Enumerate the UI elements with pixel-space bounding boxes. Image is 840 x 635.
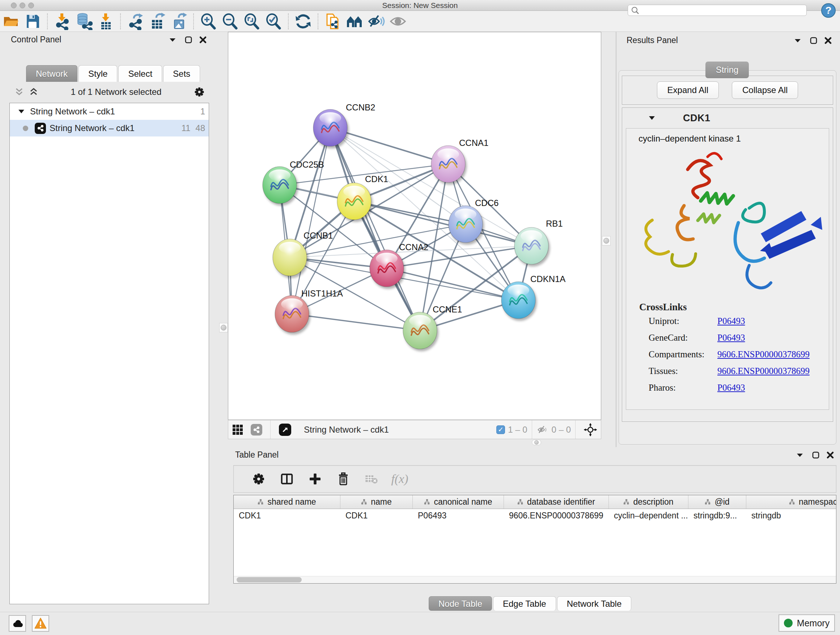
memory-button[interactable]: Memory — [778, 614, 835, 632]
export-network-button[interactable] — [125, 12, 146, 31]
splitter-knob-left[interactable] — [219, 323, 228, 333]
column-header-namespace[interactable]: namespace — [746, 495, 836, 509]
horizontal-scrollbar[interactable] — [234, 576, 836, 583]
table-settings-gear-icon[interactable] — [245, 470, 273, 488]
tab-select[interactable]: Select — [118, 65, 162, 82]
export-image-button[interactable] — [168, 12, 189, 31]
node-CCNE1[interactable] — [403, 312, 437, 349]
panel-close-icon[interactable] — [199, 36, 207, 44]
show-graphics-details-button[interactable] — [387, 12, 409, 31]
edge-CCNB2-CCNE1[interactable] — [330, 128, 420, 331]
window-zoom-button[interactable] — [28, 3, 34, 8]
node-CCNB2[interactable] — [313, 109, 347, 146]
tab-sets[interactable]: Sets — [163, 65, 200, 82]
delete-column-trash-icon[interactable] — [329, 470, 357, 488]
expand-all-button[interactable]: Expand All — [657, 81, 719, 99]
tab-edge-table[interactable]: Edge Table — [493, 596, 556, 611]
tab-style[interactable]: Style — [79, 65, 117, 82]
collapse-all-nodes-icon[interactable] — [29, 87, 38, 97]
save-session-button[interactable] — [22, 12, 43, 31]
first-neighbors-button[interactable] — [344, 12, 365, 31]
node-CDC25B[interactable] — [263, 166, 297, 203]
collapse-all-button[interactable]: Collapse All — [732, 81, 798, 99]
zoom-fit-button[interactable] — [241, 12, 263, 31]
import-network-file-button[interactable] — [51, 12, 73, 31]
tab-node-table[interactable]: Node Table — [429, 596, 492, 611]
h-scrollbar-thumb[interactable] — [237, 577, 302, 583]
snapshot-icon[interactable] — [275, 420, 295, 439]
panel-close-icon[interactable] — [826, 451, 834, 459]
selected-checkbox-icon[interactable]: ✓ — [496, 425, 505, 434]
column-header-@id[interactable]: @id — [688, 495, 746, 509]
table-cell[interactable]: 9606.ENSP00000378699 — [504, 509, 609, 522]
node-HIST1H1A[interactable] — [275, 295, 309, 333]
hide-selected-button[interactable] — [365, 12, 387, 31]
column-header-database-identifier[interactable]: database identifier — [504, 495, 609, 509]
table-cell[interactable]: CDK1 — [234, 509, 340, 522]
splitter-knob-bottom[interactable] — [532, 440, 541, 445]
table-cell[interactable]: P06493 — [413, 509, 504, 522]
node-RB1[interactable] — [515, 227, 548, 264]
section-collapse-icon[interactable] — [648, 114, 655, 122]
node-CCNA2[interactable] — [370, 250, 404, 287]
panel-close-icon[interactable] — [824, 36, 832, 44]
open-file-button[interactable] — [0, 12, 22, 31]
table-cell[interactable]: cyclin–dependent ... — [609, 509, 688, 522]
search-box[interactable] — [628, 5, 807, 16]
add-column-icon[interactable] — [301, 470, 329, 488]
export-table-button[interactable] — [146, 12, 168, 31]
crosslink-link[interactable]: P06493 — [717, 316, 745, 326]
crosslink-link[interactable]: P06493 — [717, 383, 745, 393]
cloud-button[interactable] — [9, 615, 26, 632]
zoom-in-button[interactable] — [197, 12, 219, 31]
import-network-database-button[interactable] — [73, 12, 95, 31]
panel-float-icon[interactable] — [796, 451, 804, 459]
crosslink-link[interactable]: 9606.ENSP00000378699 — [717, 366, 810, 376]
node-CDC6[interactable] — [448, 206, 483, 242]
crosslink-link[interactable]: P06493 — [717, 333, 745, 343]
column-header-shared-name[interactable]: shared name — [234, 495, 340, 509]
panel-float-icon[interactable] — [169, 36, 177, 44]
clone-network-button[interactable] — [322, 12, 344, 31]
edge-CCNB2-HIST1H1A[interactable] — [292, 128, 330, 314]
column-header-name[interactable]: name — [340, 495, 413, 509]
zoom-out-button[interactable] — [219, 12, 241, 31]
node-CDKN1A[interactable] — [501, 282, 535, 318]
birdseye-grid-icon[interactable] — [228, 420, 247, 439]
tab-network-table[interactable]: Network Table — [557, 596, 632, 611]
expand-all-nodes-icon[interactable] — [14, 87, 24, 97]
help-button[interactable]: ? — [821, 3, 836, 18]
search-input[interactable] — [639, 6, 795, 14]
share-network-icon[interactable] — [247, 420, 266, 439]
zoom-selected-button[interactable] — [263, 12, 284, 31]
column-header-description[interactable]: description — [609, 495, 688, 509]
network-canvas[interactable]: CCNB2CCNA1CDC25BCDK1CDC6RB1CCNB1CCNA2CDK… — [228, 32, 601, 420]
warnings-button[interactable] — [32, 615, 49, 632]
edge-CCNB2-CCNA1[interactable] — [330, 128, 448, 164]
panel-maximize-icon[interactable] — [812, 451, 820, 459]
panel-maximize-icon[interactable] — [810, 36, 818, 44]
fit-content-crosshair-icon[interactable] — [580, 420, 601, 439]
table-row[interactable]: CDK1CDK1P064939606.ENSP00000378699cyclin… — [234, 509, 836, 522]
tab-string[interactable]: String — [706, 62, 749, 78]
panel-maximize-icon[interactable] — [185, 36, 193, 44]
window-minimize-button[interactable] — [19, 3, 25, 8]
node-CDK1[interactable] — [337, 183, 371, 220]
table-cell[interactable]: stringdb:9... — [688, 509, 746, 522]
refresh-button[interactable] — [292, 12, 314, 31]
network-collection-row[interactable]: String Network – cdk1 1 — [10, 103, 209, 120]
node-CCNB1[interactable] — [273, 239, 307, 276]
table-cell[interactable]: CDK1 — [340, 509, 413, 522]
network-options-gear-icon[interactable] — [194, 87, 205, 97]
table-cell[interactable]: stringdb — [746, 509, 836, 522]
crosslink-link[interactable]: 9606.ENSP00000378699 — [717, 349, 810, 359]
network-row[interactable]: String Network – cdk1 11 48 — [10, 120, 209, 136]
tab-network[interactable]: Network — [26, 65, 77, 82]
column-header-canonical-name[interactable]: canonical name — [413, 495, 504, 509]
import-table-file-button[interactable] — [95, 12, 117, 31]
node-CCNA1[interactable] — [431, 146, 465, 182]
panel-float-icon[interactable] — [794, 36, 802, 44]
window-close-button[interactable] — [11, 3, 17, 8]
tree-expand-icon[interactable] — [18, 108, 25, 115]
edge-HIST1H1A-CCNE1[interactable] — [292, 314, 420, 331]
